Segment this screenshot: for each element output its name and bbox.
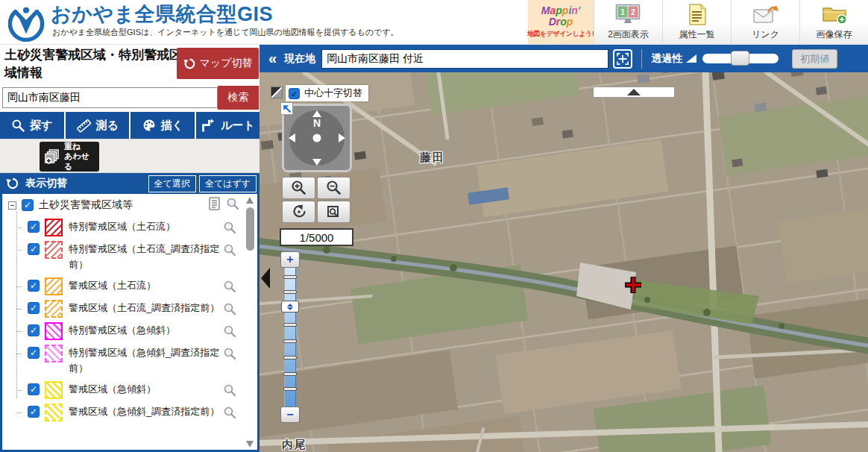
location-label: 現在地 bbox=[284, 52, 315, 66]
legend-swatch-orange-solid bbox=[45, 277, 63, 295]
palette-icon bbox=[142, 118, 157, 133]
zoom-to-layer-icon[interactable] bbox=[223, 347, 236, 360]
layer-row[interactable]: 警戒区域（急傾斜_調査済指定前） bbox=[2, 401, 257, 424]
layer-row[interactable]: 特別警戒区域（急傾斜_調査済指定前） bbox=[2, 342, 257, 379]
legend-swatch-orange-dashed bbox=[45, 300, 63, 318]
save-image-folder-icon bbox=[822, 0, 847, 28]
place-label-fujita: 藤田 bbox=[420, 151, 445, 165]
location-input[interactable] bbox=[321, 49, 608, 69]
center-cross-label: 中心十字切替 bbox=[304, 87, 362, 100]
deselect-all-button[interactable]: 全てはずす bbox=[199, 175, 257, 192]
layer-checkbox[interactable] bbox=[28, 383, 40, 395]
fullscreen-corner-icon[interactable] bbox=[271, 87, 283, 98]
sidebar-collapse-arrow[interactable] bbox=[261, 268, 270, 289]
layers-stack-icon bbox=[44, 148, 60, 166]
panel-title: 土砂災害警戒区域・特別警戒区域情報 bbox=[4, 46, 182, 82]
zoom-out-button[interactable] bbox=[317, 177, 350, 199]
expand-up-arrow-icon bbox=[627, 89, 641, 95]
layer-checkbox[interactable] bbox=[28, 324, 40, 336]
layer-checkbox[interactable] bbox=[28, 243, 40, 255]
layer-row[interactable]: 警戒区域（急傾斜） bbox=[2, 379, 257, 401]
zoom-slider-track[interactable] bbox=[284, 268, 296, 407]
scroll-down-arrow-icon[interactable] bbox=[246, 441, 254, 448]
layer-row[interactable]: 警戒区域（土石流_調査済指定前） bbox=[2, 298, 257, 320]
panel-collapse-chevron[interactable]: « bbox=[268, 50, 277, 67]
zoom-to-layer-icon[interactable] bbox=[223, 383, 236, 397]
overlay-layers-button[interactable]: 重ね あわせる bbox=[40, 142, 99, 172]
tree-root-row[interactable]: 土砂災害警戒区域等 bbox=[2, 194, 257, 216]
center-cross-checkbox[interactable] bbox=[289, 88, 300, 99]
tool-button-row: 探す 測る 描く ルート bbox=[0, 112, 260, 139]
zoom-to-layer-icon[interactable] bbox=[223, 221, 236, 234]
area-zoom-icon bbox=[326, 204, 342, 220]
attribute-list-button[interactable]: 属性一覧 bbox=[662, 0, 731, 44]
attribute-list-label: 属性一覧 bbox=[679, 28, 715, 41]
zoom-level-slider[interactable]: + − bbox=[280, 251, 301, 423]
zoom-slider-handle[interactable] bbox=[281, 301, 299, 313]
svg-text:2: 2 bbox=[631, 8, 635, 16]
center-cross-toggle[interactable]: 中心十字切替 bbox=[286, 85, 368, 101]
refresh-icon bbox=[6, 177, 19, 190]
north-reset-button[interactable] bbox=[280, 102, 293, 115]
zoom-to-layer-icon[interactable] bbox=[223, 280, 236, 293]
layer-checkbox[interactable] bbox=[28, 302, 40, 314]
view-history-back-button[interactable] bbox=[282, 201, 315, 223]
top-panel-expander[interactable] bbox=[593, 87, 675, 98]
refresh-icon bbox=[183, 57, 196, 70]
layer-row[interactable]: 警戒区域（土石流） bbox=[2, 275, 257, 298]
display-toggle-header: 表示切替 全て選択 全てはずす bbox=[0, 173, 260, 194]
search-button[interactable]: 検索 bbox=[218, 86, 259, 110]
layer-row[interactable]: 特別警戒区域（土石流） bbox=[2, 216, 257, 239]
mappin-drop-button[interactable]: Mappin' Drop 地図をデザインしよう! bbox=[528, 0, 594, 44]
sidebar: 土砂災害警戒区域・特別警戒区域情報 マップ切替 検索 探す 測る 描く bbox=[0, 45, 260, 452]
layer-checkbox[interactable] bbox=[28, 347, 40, 359]
app-subtitle: おかやま全県統合型GISは、インターネットを通じて岡山県の地図情報を提供するもの… bbox=[52, 27, 399, 38]
zoom-to-layer-icon[interactable] bbox=[223, 406, 236, 419]
legend-swatch-magenta-dashed bbox=[45, 345, 63, 362]
layer-checkbox[interactable] bbox=[28, 406, 40, 418]
tool-find-button[interactable]: 探す bbox=[0, 112, 64, 139]
scrollbar-thumb[interactable] bbox=[246, 207, 254, 251]
dual-screen-button[interactable]: 1 2 2画面表示 bbox=[594, 0, 662, 44]
address-search-input[interactable] bbox=[2, 87, 218, 108]
scroll-up-arrow-icon[interactable] bbox=[246, 197, 254, 204]
tree-collapse-toggle[interactable] bbox=[8, 201, 16, 210]
zoom-to-layer-icon[interactable] bbox=[223, 243, 236, 257]
tool-measure-button[interactable]: 測る bbox=[66, 112, 130, 139]
opacity-slider-handle[interactable] bbox=[731, 51, 749, 66]
layer-checkbox[interactable] bbox=[28, 280, 40, 292]
metadata-doc-icon[interactable] bbox=[209, 197, 220, 210]
layer-row[interactable]: 特別警戒区域（急傾斜） bbox=[2, 320, 257, 342]
slider-zoom-in-button[interactable]: + bbox=[280, 251, 300, 268]
slider-zoom-out-button[interactable]: − bbox=[280, 407, 300, 423]
select-all-button[interactable]: 全て選択 bbox=[148, 175, 196, 192]
mappin-caption: 地図をデザインしよう! bbox=[527, 30, 594, 39]
opacity-reset-button[interactable]: 初期値 bbox=[792, 49, 837, 69]
tree-root-label: 土砂災害警戒区域等 bbox=[39, 198, 133, 212]
link-button[interactable]: リンク bbox=[731, 0, 799, 44]
opacity-slider[interactable] bbox=[702, 54, 779, 63]
link-mail-icon bbox=[753, 0, 779, 28]
center-target-button[interactable] bbox=[613, 49, 632, 69]
okayama-emblem-icon bbox=[6, 2, 46, 43]
tree-root-checkbox[interactable] bbox=[22, 199, 34, 211]
zoom-in-button[interactable] bbox=[282, 177, 315, 199]
attribute-list-icon bbox=[688, 0, 706, 28]
zoom-to-layer-icon[interactable] bbox=[226, 197, 239, 210]
ruler-icon bbox=[76, 118, 92, 134]
save-image-button[interactable]: 画像保存 bbox=[799, 0, 868, 44]
layer-row[interactable]: 特別警戒区域（土石流_調査済指定前） bbox=[2, 239, 257, 275]
zoom-to-layer-icon[interactable] bbox=[223, 324, 236, 338]
header: おかやま全県統合型GIS おかやま全県統合型GISは、インターネットを通じて岡山… bbox=[0, 0, 868, 45]
zoom-to-layer-icon[interactable] bbox=[223, 302, 236, 316]
legend-swatch-red-dashed bbox=[45, 241, 63, 259]
zoom-button-grid bbox=[282, 177, 352, 223]
tool-route-button[interactable]: ルート bbox=[196, 112, 260, 139]
map-canvas[interactable]: 藤田 内尾 中心十字切替 N bbox=[260, 72, 868, 452]
map-switch-button[interactable]: マップ切替 bbox=[177, 48, 259, 79]
rectangle-zoom-button[interactable] bbox=[317, 201, 350, 223]
tool-draw-button[interactable]: 描く bbox=[130, 112, 195, 139]
map-scale-display: 1/5000 bbox=[280, 228, 353, 246]
layer-checkbox[interactable] bbox=[28, 221, 40, 233]
tree-scrollbar[interactable] bbox=[245, 197, 255, 448]
